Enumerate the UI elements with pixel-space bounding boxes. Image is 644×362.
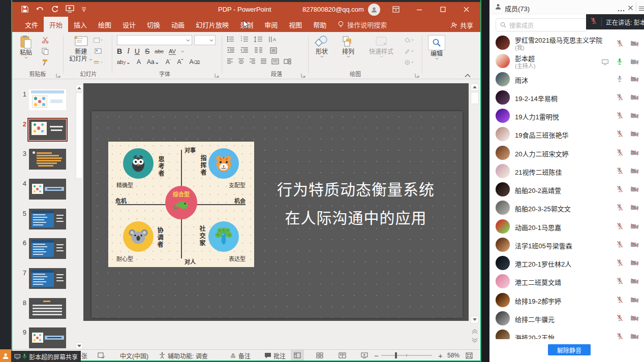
close-panel-icon[interactable] [628, 4, 633, 13]
tab-review[interactable]: 审阅 [259, 17, 283, 32]
font-dialog-launcher[interactable] [214, 71, 220, 76]
section-icon[interactable] [94, 58, 103, 67]
tab-draw[interactable]: 绘图 [93, 17, 117, 32]
tab-design[interactable]: 设计 [117, 17, 141, 32]
member-row[interactable]: 给排19-2郝宇婷 [489, 291, 644, 309]
member-search-input[interactable]: 搜索成员 [496, 18, 588, 31]
tab-transitions[interactable]: 切换 [141, 17, 166, 32]
format-painter-icon[interactable] [41, 58, 50, 67]
editing-button[interactable]: 编辑 [428, 35, 445, 60]
normal-view-button[interactable] [291, 350, 304, 360]
quick-styles-button[interactable]: 快速样式 [369, 35, 393, 58]
new-slide-button[interactable]: 新建幻灯片 [69, 35, 93, 62]
zoom-out-button[interactable]: − [374, 350, 379, 360]
member-row[interactable]: 法学1班05号梁訾森 [489, 236, 644, 254]
cut-icon[interactable] [41, 36, 50, 44]
redo-icon[interactable] [51, 5, 58, 13]
slide-thumbnail-6[interactable] [29, 238, 66, 259]
zoom-slider[interactable] [381, 350, 432, 360]
zoom-in-button[interactable]: + [438, 350, 443, 360]
screen-share-toolbar[interactable]: 彭本超的屏幕共享 [11, 351, 81, 362]
increase-indent-icon[interactable] [240, 47, 249, 53]
reading-view-button[interactable] [335, 350, 349, 360]
layout-icon[interactable] [94, 36, 103, 44]
spellcheck-icon[interactable] [98, 350, 105, 360]
grow-font-button[interactable]: Aˆ [166, 58, 171, 65]
numbering-icon[interactable] [240, 36, 249, 42]
align-text-icon[interactable] [270, 47, 279, 54]
member-row[interactable]: 19人力1雷明悦 [489, 107, 644, 125]
strikethrough-button[interactable]: S [145, 47, 149, 55]
text-direction-icon[interactable]: A [268, 36, 278, 43]
member-row[interactable]: 给排二牛骥元 [489, 309, 644, 327]
notes-button[interactable]: 备注 [230, 350, 251, 360]
undo-icon[interactable] [36, 6, 44, 13]
member-row[interactable]: 彭本超 (主持人) [489, 52, 644, 72]
change-case-button[interactable]: Aa⌄ [147, 58, 160, 65]
tab-animations[interactable]: 动画 [166, 17, 190, 32]
paste-button[interactable]: 粘贴 [19, 35, 33, 59]
slide-thumbnail-2[interactable] [29, 119, 66, 140]
member-row[interactable]: 雨沐 [489, 70, 644, 88]
smartart-icon[interactable] [284, 58, 293, 64]
italic-button[interactable]: I [127, 47, 130, 55]
slide-title-text[interactable]: 行为特质动态衡量系统 在人际沟通中的应用 [264, 176, 447, 233]
slide-thumbnail-9[interactable] [29, 327, 66, 348]
minimize-button[interactable] [412, 2, 427, 17]
maximize-button[interactable] [435, 2, 450, 17]
copy-icon[interactable] [41, 47, 50, 55]
tab-help[interactable]: 帮助 [308, 17, 332, 32]
shape-effects-icon[interactable] [405, 58, 414, 67]
shrink-font-button[interactable]: Aˇ [177, 58, 183, 65]
reset-slide-icon[interactable] [94, 47, 103, 55]
editor-scrollbar[interactable] [469, 79, 480, 351]
member-row[interactable]: 罗红雪2021级马克思主义学院 (我) [489, 34, 644, 54]
tab-insert[interactable]: 插入 [68, 17, 93, 32]
sidebar-toggle-icon[interactable] [638, 4, 644, 13]
slide-thumbnail-7[interactable] [29, 268, 66, 289]
bullets-icon[interactable] [227, 36, 235, 42]
accessibility-status[interactable]: 辅助功能: 调查 [159, 350, 208, 360]
slide-thumbnail-4[interactable] [29, 179, 66, 200]
member-row[interactable]: 港工二班莫文靖 [489, 272, 644, 290]
arrange-button[interactable]: 排列 [342, 35, 355, 58]
slide-thumbnail-1[interactable] [29, 89, 66, 110]
account-avatar[interactable] [368, 4, 380, 16]
distribute-icon[interactable] [271, 58, 279, 64]
columns-icon[interactable] [254, 47, 264, 53]
shape-outline-icon[interactable] [405, 47, 414, 55]
member-row[interactable]: 19食品三班张艳华 [489, 125, 644, 143]
clear-abc-button[interactable]: abc [155, 48, 164, 54]
close-button[interactable] [458, 2, 474, 17]
font-size-select[interactable] [194, 35, 216, 45]
char-spacing-button[interactable]: AV [169, 48, 176, 55]
underline-button[interactable]: U [135, 47, 140, 55]
collapse-ribbon-icon[interactable] [465, 71, 471, 80]
account-email[interactable]: 827800820@qq.com [302, 6, 364, 13]
zoom-percent[interactable]: 58% [447, 350, 459, 360]
slideshow-view-button[interactable] [358, 350, 371, 360]
slide-thumbnail-8[interactable] [29, 298, 66, 319]
member-row[interactable]: 21视传二班陈佳 [489, 162, 644, 180]
fit-to-window-icon[interactable] [466, 350, 473, 360]
unmute-button[interactable]: 解除静音 [548, 344, 591, 355]
align-center-icon[interactable] [238, 58, 244, 64]
tab-file[interactable]: 文件 [19, 17, 44, 32]
line-spacing-icon[interactable] [254, 36, 263, 43]
member-row[interactable]: 19-2-14辛易桐 [489, 88, 644, 107]
paragraph-dialog-launcher[interactable] [301, 71, 306, 76]
member-row[interactable]: 20人力二班宋文婷 [489, 144, 644, 162]
clipboard-dialog-launcher[interactable] [56, 71, 61, 76]
tell-me-search[interactable]: 操作说明搜索 [332, 17, 392, 32]
phonetic-guide-button[interactable]: aby⌄ [117, 59, 131, 65]
slide-sorter-view-button[interactable] [313, 350, 326, 360]
char-border-button[interactable]: A [137, 58, 141, 65]
sharing-user-corner-icon[interactable] [0, 349, 11, 362]
tab-slideshow[interactable]: 幻灯片放映 [190, 17, 234, 32]
ribbon-display-options-icon[interactable] [388, 2, 404, 17]
share-button[interactable]: 共享 [450, 20, 473, 30]
decrease-indent-icon[interactable] [227, 47, 235, 53]
font-name-select[interactable] [117, 35, 192, 45]
align-left-icon[interactable] [227, 58, 233, 64]
current-slide[interactable]: 对事 对人 危机 机会 思考者 指挥者 协调者 社交家 [91, 111, 463, 318]
